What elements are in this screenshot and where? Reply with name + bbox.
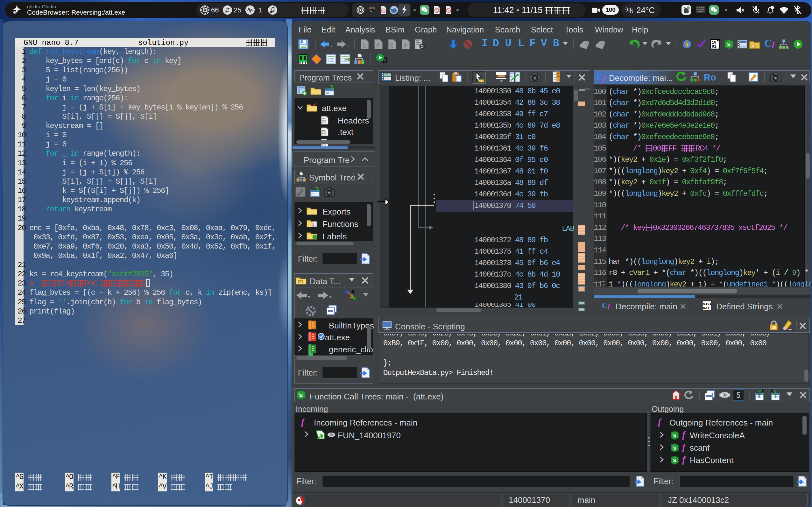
svg-text:f: f: [313, 222, 315, 227]
svg-text:10: 10: [712, 41, 716, 45]
svg-text:01: 01: [712, 45, 716, 49]
svg-text:0101: 0101: [703, 302, 712, 306]
svg-text:DAT: DAT: [703, 306, 709, 310]
svg-text:DT: DT: [752, 44, 756, 48]
svg-text:DT: DT: [299, 280, 302, 284]
